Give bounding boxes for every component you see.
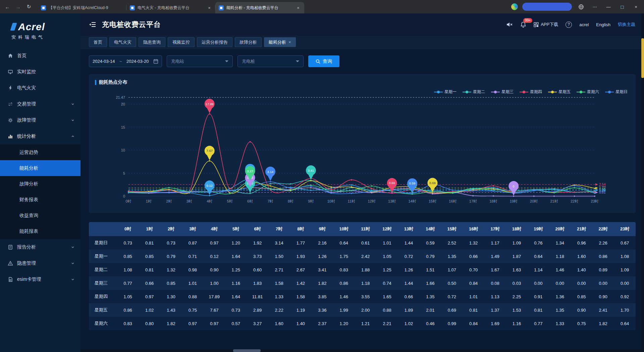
table-cell: 0.97 xyxy=(204,236,225,250)
legend-item[interactable]: 星期一 xyxy=(434,89,457,95)
page-tab-1[interactable]: 电气火灾 xyxy=(109,37,136,47)
sidebar-item-home[interactable]: 首页 xyxy=(0,48,80,64)
horizontal-scrollbar[interactable] xyxy=(80,349,641,352)
legend-item[interactable]: 星期日 xyxy=(605,89,628,95)
sidebar-item-trade[interactable]: 交易管理 xyxy=(0,96,80,112)
table-cell: 2.52 xyxy=(441,236,463,250)
sidebar-subitem-energy-analysis[interactable]: 能耗分析 xyxy=(0,160,80,176)
svg-text:23时: 23时 xyxy=(591,199,598,203)
svg-text:20: 20 xyxy=(121,102,125,106)
tab-close-icon[interactable] xyxy=(288,40,291,45)
table-cell: 0.75 xyxy=(571,317,592,330)
legend-item[interactable]: 星期二 xyxy=(463,89,485,95)
horizontal-scrollbar-thumb[interactable] xyxy=(233,349,261,352)
table-header-cell: 20时 xyxy=(549,222,571,236)
table-cell: 3.41 xyxy=(312,263,333,276)
page-tab-6[interactable]: 能耗分析 xyxy=(264,37,296,47)
pile-select[interactable]: 充电桩 xyxy=(237,55,304,67)
menu-fold-icon[interactable] xyxy=(89,22,96,27)
theme-toggle-link[interactable]: 切换主题 xyxy=(618,21,635,28)
station-select-value: 充电站 xyxy=(171,58,184,64)
browser-refresh-icon[interactable] xyxy=(24,2,34,11)
browser-tab[interactable]: 能耗分析 - 充电桩收费云平台 xyxy=(215,2,304,13)
page-tab-3[interactable]: 视频监控 xyxy=(168,37,195,47)
globe-icon[interactable] xyxy=(576,2,586,11)
browser-profile-avatar[interactable] xyxy=(511,3,518,10)
browser-forward-icon[interactable] xyxy=(13,2,23,11)
svg-text:9时: 9时 xyxy=(308,199,314,203)
language-switch[interactable]: English xyxy=(596,22,610,27)
sidebar-item-fault[interactable]: 故障管理 xyxy=(0,112,80,128)
table-cell: 1.16 xyxy=(225,276,247,290)
sidebar-item-stats[interactable]: 统计分析 xyxy=(0,128,80,144)
content-area: 2024-03-14 ~ 2024-03-20 充电站 充电桩 xyxy=(80,49,644,352)
page-tab-2[interactable]: 隐患查询 xyxy=(139,37,165,47)
legend-label: 星期一 xyxy=(444,89,457,95)
maximize-icon[interactable] xyxy=(618,2,627,11)
close-window-icon[interactable] xyxy=(631,2,641,11)
table-cell: 1.09 xyxy=(614,263,636,276)
table-cell: 1.02 xyxy=(398,317,419,330)
page-tab-5[interactable]: 故障分析 xyxy=(235,37,262,47)
sidebar-subitem-income-query[interactable]: 收益查询 xyxy=(0,208,80,223)
sidebar-subitem-trend[interactable]: 运营趋势 xyxy=(0,144,80,160)
table-cell: 1.82 xyxy=(312,276,333,290)
table-cell: 0.97 xyxy=(204,317,225,330)
legend-item[interactable]: 星期五 xyxy=(548,89,571,95)
sidebar-item-report[interactable]: 报告分析 xyxy=(0,239,80,255)
app-download-link[interactable]: APP下载 xyxy=(534,21,558,28)
table-cell: 0.80 xyxy=(139,317,160,330)
page-tab-4[interactable]: 运营分析报告 xyxy=(197,37,232,47)
svg-text:10时: 10时 xyxy=(327,199,335,203)
username[interactable]: acrel xyxy=(579,22,589,27)
legend-item[interactable]: 星期四 xyxy=(520,89,542,95)
legend-item[interactable]: 星期三 xyxy=(491,89,514,95)
legend-item[interactable]: 星期六 xyxy=(577,89,599,95)
sidebar-item-monitor[interactable]: 实时监控 xyxy=(0,64,80,80)
table-cell: 1.46 xyxy=(549,263,571,276)
fault-icon xyxy=(8,118,13,123)
notifications-bell-icon[interactable]: 99+ xyxy=(520,21,526,28)
svg-text:17.89: 17.89 xyxy=(206,102,214,106)
table-cell: 1.82 xyxy=(160,317,182,330)
station-select[interactable]: 充电站 xyxy=(167,55,233,67)
table-cell: 1.02 xyxy=(139,303,160,317)
table-cell: 7.67 xyxy=(204,303,225,317)
page-tab-0[interactable]: 首页 xyxy=(89,37,107,47)
table-header-cell: 8时 xyxy=(290,222,311,236)
svg-text:12时: 12时 xyxy=(368,199,376,203)
legend-label: 星期五 xyxy=(558,89,571,95)
table-cell: 0.88 xyxy=(376,303,398,317)
vertical-scrollbar[interactable] xyxy=(641,13,644,352)
sidebar-subitem-finance-report[interactable]: 财务报表 xyxy=(0,192,80,208)
table-cell: 1.60 xyxy=(571,250,592,263)
mute-speaker-icon[interactable] xyxy=(506,21,513,28)
date-range-picker[interactable]: 2024-03-14 ~ 2024-03-20 xyxy=(89,55,162,67)
table-cell: 1.18 xyxy=(549,250,571,263)
browser-tab[interactable]: 电气火灾 - 充电桩收费云平台 xyxy=(126,2,215,13)
browser-profile-pill[interactable] xyxy=(522,3,572,11)
browser-back-icon[interactable] xyxy=(3,2,12,11)
brand-logo-icon xyxy=(10,23,17,31)
help-icon[interactable] xyxy=(566,21,572,28)
vertical-scrollbar-thumb[interactable] xyxy=(641,38,644,78)
sidebar-subitem-energy-report[interactable]: 能耗报表 xyxy=(0,223,80,239)
query-button[interactable]: 查询 xyxy=(308,55,339,67)
tab-close-icon[interactable] xyxy=(207,5,212,10)
sidebar-item-esim[interactable]: esim卡管理 xyxy=(0,271,80,288)
table-cell: 2.00 xyxy=(355,303,376,317)
sidebar-subitem-fault-analysis[interactable]: 故障分析 xyxy=(0,176,80,192)
minimize-icon[interactable] xyxy=(604,2,613,11)
browser-tab[interactable]: 【平台介绍】安科瑞AcrelCloud-9 xyxy=(38,2,126,13)
sidebar-item-risk[interactable]: 隐患管理 xyxy=(0,255,80,271)
table-cell: 0.97 xyxy=(182,317,203,330)
table-cell: 1.93 xyxy=(290,250,311,263)
browser-menu-icon[interactable]: ⋯ xyxy=(590,2,599,11)
brand-logo: Acrel 安科瑞电气 xyxy=(0,13,80,48)
tab-close-icon[interactable] xyxy=(296,5,301,10)
sidebar-item-fire[interactable]: 电气火灾 xyxy=(0,80,80,96)
table-header-cell: 1时 xyxy=(139,222,160,236)
table-cell: 0.74 xyxy=(376,276,398,290)
table-cell: 1.99 xyxy=(333,303,355,317)
row-label: 星期六 xyxy=(89,317,117,330)
